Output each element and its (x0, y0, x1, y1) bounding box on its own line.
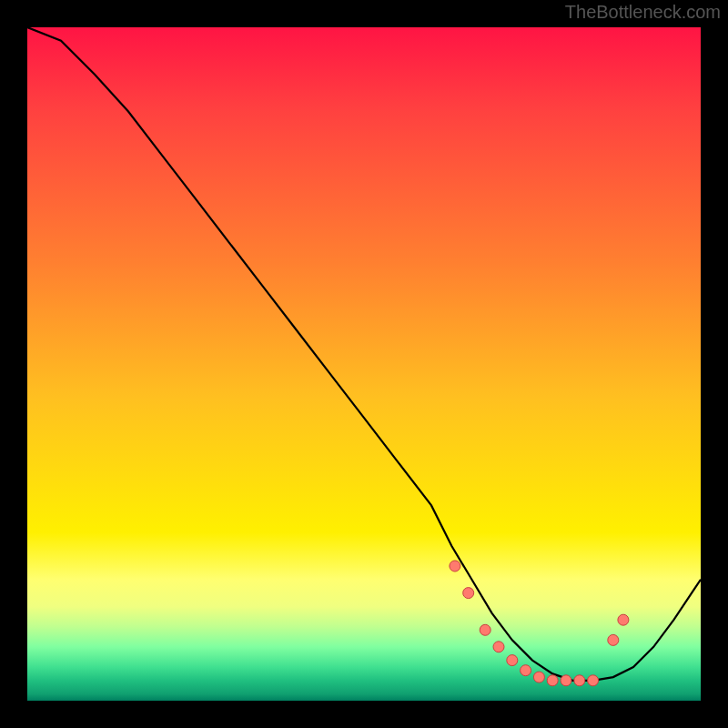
marker-dot (588, 675, 599, 686)
marker-dot (618, 614, 629, 625)
marker-dot (574, 675, 585, 686)
attribution-text: TheBottleneck.com (565, 2, 721, 23)
marker-dot (450, 561, 460, 571)
marker-dot (493, 642, 504, 652)
bottleneck-curve (27, 27, 701, 681)
marker-dot (480, 624, 490, 635)
marker-dot (521, 665, 531, 676)
plot-area (27, 27, 701, 701)
marker-dot (507, 655, 518, 666)
chart-container: TheBottleneck.com (0, 0, 728, 728)
marker-dot (608, 634, 619, 645)
marker-dot (547, 675, 558, 686)
marker-dot (561, 675, 571, 686)
marker-dots (450, 561, 629, 686)
marker-dot (533, 672, 544, 682)
chart-svg (27, 27, 701, 701)
marker-dot (463, 588, 474, 599)
